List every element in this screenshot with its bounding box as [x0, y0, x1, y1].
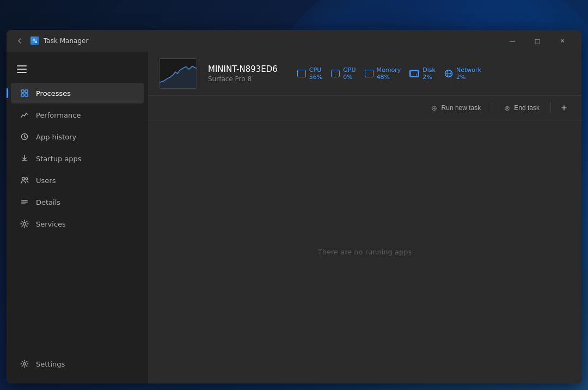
svg-rect-1	[33, 39, 35, 41]
machine-header: MININT-N893ED6 Surface Pro 8 CPU 56%	[148, 52, 581, 96]
app-icon	[30, 36, 39, 45]
memory-label: Memory	[377, 66, 401, 74]
svg-rect-13	[21, 202, 28, 203]
gpu-icon	[331, 70, 340, 77]
sidebar-item-services[interactable]: Services	[11, 214, 144, 234]
back-button[interactable]	[13, 34, 26, 47]
network-value: 2%	[456, 74, 481, 81]
task-manager-window: Task Manager — □ ✕	[7, 30, 581, 383]
sidebar-item-startup-apps[interactable]: Startup apps	[11, 148, 144, 169]
cpu-label: CPU	[309, 66, 322, 74]
sidebar: Processes Performance	[7, 52, 148, 383]
metrics-row: CPU 56% GPU 0%	[297, 66, 481, 81]
toolbar: ⊕ Run new task ⊗ End task	[148, 96, 581, 120]
startup-apps-label: Startup apps	[36, 155, 82, 163]
run-new-task-button[interactable]: ⊕ Run new task	[424, 101, 488, 115]
window-title: Task Manager	[44, 37, 88, 45]
machine-name-section: MININT-N893ED6 Surface Pro 8	[208, 64, 278, 83]
svg-rect-3	[33, 41, 35, 43]
end-task-icon: ⊗	[503, 104, 511, 112]
sidebar-bottom: Settings	[7, 349, 148, 379]
network-info: Network 2%	[456, 66, 481, 81]
toolbar-separator-2	[550, 102, 551, 113]
sidebar-item-users[interactable]: Users	[11, 170, 144, 191]
svg-rect-12	[21, 200, 28, 201]
main-content: Processes Performance	[7, 52, 581, 383]
svg-rect-4	[35, 41, 37, 43]
sidebar-item-details[interactable]: Details	[11, 192, 144, 212]
svg-point-19	[416, 75, 417, 76]
machine-name: MININT-N893ED6	[208, 64, 278, 74]
empty-state: There are no running apps	[148, 120, 581, 383]
machine-model: Surface Pro 8	[208, 75, 278, 83]
app-history-icon	[20, 132, 29, 142]
services-label: Services	[36, 220, 66, 228]
sidebar-item-settings[interactable]: Settings	[11, 354, 144, 374]
sidebar-item-performance[interactable]: Performance	[11, 105, 144, 125]
memory-info: Memory 48%	[377, 66, 401, 81]
svg-point-16	[23, 363, 26, 365]
cpu-icon	[297, 70, 306, 77]
disk-info: Disk 2%	[422, 66, 436, 81]
cpu-value: 56%	[309, 74, 322, 81]
svg-rect-18	[411, 71, 419, 77]
svg-point-10	[22, 178, 25, 180]
end-task-button[interactable]: ⊗ End task	[497, 101, 546, 115]
toolbar-separator	[492, 102, 492, 113]
title-bar: Task Manager — □ ✕	[7, 30, 581, 52]
minimize-button[interactable]: —	[500, 32, 525, 50]
performance-icon	[20, 110, 29, 120]
svg-rect-14	[21, 204, 26, 205]
memory-icon	[365, 70, 373, 77]
gpu-label: GPU	[343, 66, 356, 74]
svg-rect-8	[25, 94, 28, 96]
run-new-task-label: Run new task	[442, 104, 481, 112]
run-new-task-icon: ⊕	[431, 104, 438, 112]
disk-value: 2%	[422, 74, 436, 81]
users-label: Users	[36, 176, 56, 185]
settings-label: Settings	[36, 360, 65, 368]
services-icon	[20, 219, 29, 229]
maximize-button[interactable]: □	[525, 32, 550, 50]
disk-label: Disk	[422, 66, 436, 74]
app-history-label: App history	[36, 133, 76, 141]
metric-cpu: CPU 56%	[297, 66, 322, 81]
settings-icon	[20, 359, 29, 369]
network-icon	[444, 69, 453, 78]
title-bar-left: Task Manager	[13, 34, 500, 47]
performance-label: Performance	[36, 111, 81, 119]
metric-network: Network 2%	[444, 66, 481, 81]
close-button[interactable]: ✕	[550, 32, 575, 50]
end-task-label: End task	[514, 104, 540, 112]
svg-rect-5	[21, 90, 24, 93]
svg-point-15	[23, 223, 26, 226]
disk-icon	[409, 70, 419, 77]
more-options-button[interactable]	[555, 100, 573, 115]
metric-disk: Disk 2%	[409, 66, 436, 81]
svg-rect-7	[21, 94, 24, 96]
metric-gpu: GPU 0%	[331, 66, 356, 81]
svg-point-11	[26, 178, 28, 180]
gpu-value: 0%	[343, 74, 356, 81]
hamburger-button[interactable]	[11, 58, 33, 80]
details-icon	[20, 197, 29, 207]
metric-memory: Memory 48%	[365, 66, 401, 81]
sidebar-item-processes[interactable]: Processes	[11, 83, 144, 103]
svg-rect-2	[35, 39, 37, 41]
cpu-info: CPU 56%	[309, 66, 322, 81]
processes-label: Processes	[36, 89, 71, 97]
empty-message: There are no running apps	[318, 248, 412, 256]
details-label: Details	[36, 198, 60, 206]
machine-thumbnail	[159, 58, 197, 89]
startup-icon	[20, 154, 29, 163]
network-label: Network	[456, 66, 481, 74]
sidebar-item-app-history[interactable]: App history	[11, 126, 144, 147]
svg-rect-6	[25, 90, 28, 93]
more-options-icon	[560, 103, 568, 112]
gpu-info: GPU 0%	[343, 66, 356, 81]
window-controls: — □ ✕	[500, 32, 575, 50]
processes-icon	[20, 88, 29, 98]
memory-value: 48%	[377, 74, 401, 81]
users-icon	[20, 175, 29, 185]
hamburger-icon	[17, 65, 27, 73]
